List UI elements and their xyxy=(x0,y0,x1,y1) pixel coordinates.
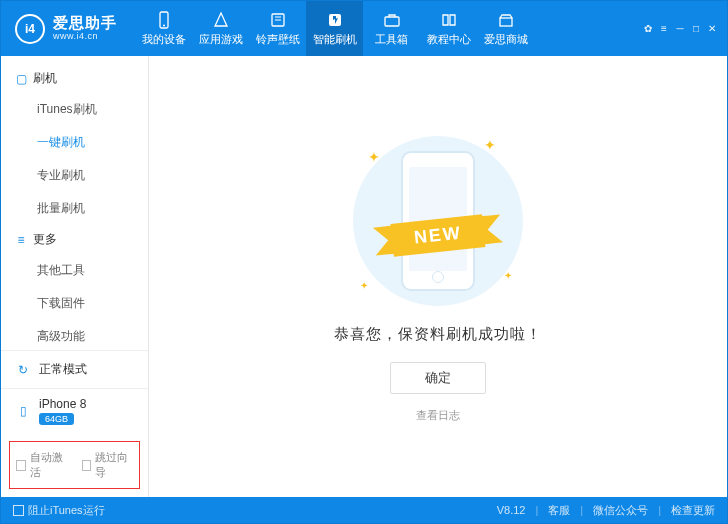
tab-label: 应用游戏 xyxy=(199,32,243,47)
checkbox-icon xyxy=(13,505,24,516)
toolbox-icon xyxy=(383,11,401,29)
checkbox-label: 阻止iTunes运行 xyxy=(28,503,105,518)
sparkle-icon: ✦ xyxy=(360,280,368,291)
maximize-icon[interactable]: □ xyxy=(691,24,701,34)
checkbox-icon xyxy=(16,460,26,471)
logo-badge: i4 xyxy=(15,14,45,44)
sidebar-item-oneclick[interactable]: 一键刷机 xyxy=(37,126,148,159)
tab-my-device[interactable]: 我的设备 xyxy=(135,1,192,56)
version-label: V8.12 xyxy=(497,504,526,516)
support-link[interactable]: 客服 xyxy=(548,503,570,518)
mode-label: 正常模式 xyxy=(39,361,87,378)
app-name: 爱思助手 xyxy=(53,15,117,32)
checkbox-auto-activate[interactable]: 自动激活 xyxy=(16,450,68,480)
header-tabs: 我的设备 应用游戏 铃声壁纸 智能刷机 工具箱 教程中心 xyxy=(135,1,534,56)
view-log-link[interactable]: 查看日志 xyxy=(416,408,460,423)
tab-tutorials[interactable]: 教程中心 xyxy=(420,1,477,56)
header: i4 爱思助手 www.i4.cn 我的设备 应用游戏 铃声壁纸 智能刷机 xyxy=(1,1,727,56)
tab-label: 教程中心 xyxy=(427,32,471,47)
sparkle-icon: ✦ xyxy=(368,149,380,165)
success-illustration: ✦ ✦ ✦ ✦ NEW xyxy=(338,131,538,311)
wechat-link[interactable]: 微信公众号 xyxy=(593,503,648,518)
group-title: 刷机 xyxy=(33,70,57,87)
device-icon: ▢ xyxy=(15,72,27,86)
tab-apps[interactable]: 应用游戏 xyxy=(192,1,249,56)
svg-rect-4 xyxy=(385,17,399,26)
sidebar-item-itunes[interactable]: iTunes刷机 xyxy=(37,93,148,126)
phone-small-icon: ▯ xyxy=(15,404,31,418)
checkbox-label: 跳过向导 xyxy=(95,450,133,480)
device-info[interactable]: ▯ iPhone 8 64GB xyxy=(1,389,148,435)
tab-ringtones[interactable]: 铃声壁纸 xyxy=(249,1,306,56)
sidebar-item-batch[interactable]: 批量刷机 xyxy=(37,192,148,225)
sidebar-item-pro[interactable]: 专业刷机 xyxy=(37,159,148,192)
refresh-icon: ↻ xyxy=(15,363,31,377)
app-logo: i4 爱思助手 www.i4.cn xyxy=(1,14,129,44)
sidebar: ▢ 刷机 iTunes刷机 一键刷机 专业刷机 批量刷机 ≡ 更多 其他工具 下… xyxy=(1,56,149,497)
main-panel: ✦ ✦ ✦ ✦ NEW 恭喜您，保资料刷机成功啦！ 确定 查看日志 xyxy=(149,56,727,497)
tab-shop[interactable]: 爱思商城 xyxy=(477,1,534,56)
sidebar-group-more[interactable]: ≡ 更多 xyxy=(1,225,148,254)
sidebar-item-advanced[interactable]: 高级功能 xyxy=(37,320,148,350)
music-icon xyxy=(269,11,287,29)
check-update-link[interactable]: 检查更新 xyxy=(671,503,715,518)
sparkle-icon: ✦ xyxy=(504,270,512,281)
close-icon[interactable]: ✕ xyxy=(707,24,717,34)
tab-label: 我的设备 xyxy=(142,32,186,47)
svg-rect-5 xyxy=(500,18,512,26)
tab-label: 智能刷机 xyxy=(313,32,357,47)
body: ▢ 刷机 iTunes刷机 一键刷机 专业刷机 批量刷机 ≡ 更多 其他工具 下… xyxy=(1,56,727,497)
group-title: 更多 xyxy=(33,231,57,248)
shop-icon xyxy=(497,11,515,29)
checkbox-label: 自动激活 xyxy=(30,450,68,480)
svg-point-1 xyxy=(163,24,165,26)
tab-flash[interactable]: 智能刷机 xyxy=(306,1,363,56)
more-icon: ≡ xyxy=(15,233,27,247)
checkbox-block-itunes[interactable]: 阻止iTunes运行 xyxy=(13,503,105,518)
app-site: www.i4.cn xyxy=(53,32,117,42)
footer: 阻止iTunes运行 V8.12 | 客服 | 微信公众号 | 检查更新 xyxy=(1,497,727,523)
sparkle-icon: ✦ xyxy=(484,137,496,153)
tab-label: 工具箱 xyxy=(375,32,408,47)
tab-label: 铃声壁纸 xyxy=(256,32,300,47)
sidebar-item-download-fw[interactable]: 下载固件 xyxy=(37,287,148,320)
apps-icon xyxy=(212,11,230,29)
sidebar-group-flash[interactable]: ▢ 刷机 xyxy=(1,64,148,93)
minimize-icon[interactable]: ─ xyxy=(675,24,685,34)
skin-icon[interactable]: ✿ xyxy=(643,24,653,34)
device-storage-badge: 64GB xyxy=(39,413,74,425)
flash-icon xyxy=(326,11,344,29)
tab-label: 爱思商城 xyxy=(484,32,528,47)
device-mode[interactable]: ↻ 正常模式 xyxy=(1,351,148,389)
sidebar-item-other-tools[interactable]: 其他工具 xyxy=(37,254,148,287)
tab-toolbox[interactable]: 工具箱 xyxy=(363,1,420,56)
checkbox-icon xyxy=(82,460,92,471)
checkbox-skip-guide[interactable]: 跳过向导 xyxy=(82,450,134,480)
phone-icon xyxy=(155,11,173,29)
book-icon xyxy=(440,11,458,29)
ok-button[interactable]: 确定 xyxy=(390,362,486,394)
menu-icon[interactable]: ≡ xyxy=(659,24,669,34)
flash-options-box: 自动激活 跳过向导 xyxy=(9,441,140,489)
window-controls: ✿ ≡ ─ □ ✕ xyxy=(643,24,727,34)
device-name: iPhone 8 xyxy=(39,397,86,411)
success-message: 恭喜您，保资料刷机成功啦！ xyxy=(334,325,542,344)
